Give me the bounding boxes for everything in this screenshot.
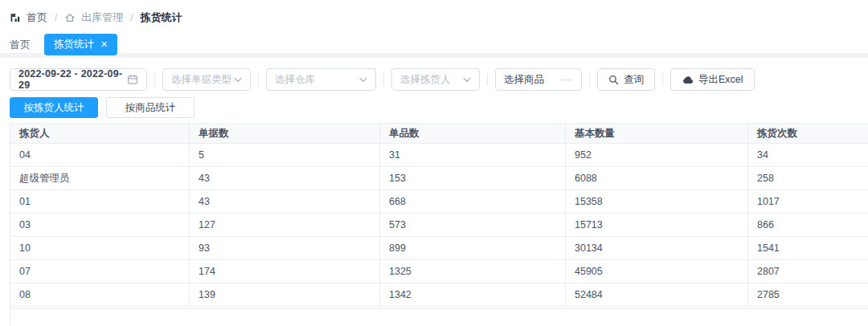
bill-type-placeholder: 选择单据类型 [171, 73, 231, 87]
export-excel-label: 导出Excel [698, 73, 743, 87]
filter-separator [662, 74, 663, 86]
column-header-picker: 拣货人 [10, 123, 190, 144]
cell-item-count: 1325 [380, 260, 566, 283]
table-row: 08 139 1342 52484 2785 [10, 283, 868, 307]
cell-picker: 超级管理员 [10, 167, 190, 190]
column-header-pick-times: 拣货次数 [748, 123, 868, 144]
breadcrumb-separator: / [129, 12, 134, 23]
cell-base-qty: 15713 [566, 214, 748, 237]
picker-placeholder: 选择拣货人 [400, 73, 451, 87]
product-select[interactable]: 选择商品 ··· [495, 68, 582, 91]
cell-base-qty: 952 [566, 144, 748, 167]
page-content: 2022-09-22 - 2022-09-29 选择单据类型 选择仓库 [0, 58, 868, 325]
top-bar: 首页 / 出库管理 / 拣货统计 首页 拣货统计 ✕ [0, 0, 868, 53]
cell-pick-times: 258 [748, 167, 868, 190]
table-row: 10 93 899 30134 1541 [10, 237, 868, 260]
warehouse-placeholder: 选择仓库 [275, 73, 315, 87]
filter-separator [258, 74, 259, 86]
cell-base-qty: 15358 [566, 190, 748, 214]
cell-bill-count: 93 [190, 237, 380, 260]
cell-item-count: 1342 [380, 283, 566, 307]
cell-picker: 04 [10, 144, 190, 167]
bill-type-select[interactable]: 选择单据类型 [162, 68, 251, 91]
filter-bar: 2022-09-22 - 2022-09-29 选择单据类型 选择仓库 [10, 68, 868, 91]
cloud-icon [682, 75, 694, 84]
search-button-label: 查询 [624, 73, 644, 87]
breadcrumb-separator: / [53, 12, 59, 23]
chevron-down-icon [234, 77, 242, 83]
open-tabs-bar: 首页 拣货统计 ✕ [10, 34, 868, 55]
table-row: 04 5 31 952 34 [10, 144, 868, 167]
cell-item-count: 573 [380, 214, 566, 237]
cell-picker: 01 [10, 190, 190, 214]
table-bottom-line [10, 307, 868, 309]
cell-pick-times: 2807 [748, 260, 868, 283]
cell-picker: 10 [10, 237, 190, 260]
column-header-bill-count: 单据数 [190, 123, 380, 144]
cell-base-qty: 45905 [566, 260, 748, 283]
table-row: 07 174 1325 45905 2807 [10, 260, 868, 283]
cell-picker: 07 [10, 260, 190, 283]
column-header-item-count: 单品数 [380, 123, 566, 144]
breadcrumb-current-page: 拣货统计 [141, 10, 182, 25]
chevron-down-icon [463, 77, 471, 83]
picker-select[interactable]: 选择拣货人 [391, 68, 480, 91]
cell-bill-count: 43 [190, 190, 380, 214]
tab-picking-stats-label: 拣货统计 [54, 38, 94, 51]
cell-picker: 03 [10, 214, 190, 237]
table-row: 超级管理员 43 153 6088 258 [10, 167, 868, 190]
product-select-value: 选择商品 [504, 73, 544, 87]
tab-home[interactable]: 首页 [10, 35, 31, 55]
tab-picking-stats[interactable]: 拣货统计 ✕ [44, 34, 117, 55]
breadcrumb: 首页 / 出库管理 / 拣货统计 [0, 0, 868, 25]
cell-base-qty: 6088 [566, 167, 748, 190]
stats-view-toggle: 按拣货人统计 按商品统计 [10, 97, 868, 118]
filter-separator [154, 74, 155, 86]
table-row: 03 127 573 15713 866 [10, 214, 868, 237]
calendar-icon [127, 74, 138, 85]
cell-item-count: 31 [380, 144, 566, 167]
search-button[interactable]: 查询 [597, 68, 655, 91]
cell-pick-times: 1017 [748, 190, 868, 214]
filter-separator [383, 74, 384, 86]
cell-base-qty: 30134 [566, 237, 748, 260]
cell-bill-count: 174 [190, 260, 380, 283]
filter-separator [589, 74, 590, 86]
cell-pick-times: 2785 [748, 283, 868, 307]
toggle-by-picker[interactable]: 按拣货人统计 [10, 97, 98, 118]
column-header-base-qty: 基本数量 [566, 123, 748, 144]
search-icon [608, 75, 619, 85]
export-excel-button[interactable]: 导出Excel [670, 68, 755, 91]
cell-pick-times: 1541 [748, 237, 868, 260]
cell-bill-count: 43 [190, 167, 380, 190]
cell-item-count: 153 [380, 167, 566, 190]
cell-item-count: 899 [380, 237, 566, 260]
cell-pick-times: 34 [748, 144, 868, 167]
toggle-by-product[interactable]: 按商品统计 [106, 97, 194, 118]
cell-bill-count: 127 [190, 214, 380, 237]
stats-table: 拣货人 单据数 单品数 基本数量 拣货次数 04 5 31 952 34 超级管… [10, 123, 868, 325]
table-header-row: 拣货人 单据数 单品数 基本数量 拣货次数 [10, 123, 868, 144]
date-range-value: 2022-09-22 - 2022-09-29 [18, 68, 127, 91]
warehouse-select[interactable]: 选择仓库 [266, 68, 376, 91]
filter-separator [487, 74, 488, 86]
breadcrumb-outbound-mgmt[interactable]: 出库管理 [81, 10, 123, 25]
cell-pick-times: 866 [748, 214, 868, 237]
cell-picker: 08 [10, 283, 190, 307]
ellipsis-icon: ··· [561, 74, 573, 85]
cell-item-count: 668 [380, 190, 566, 214]
breadcrumb-home[interactable]: 首页 [27, 10, 47, 25]
cell-bill-count: 5 [190, 144, 380, 167]
date-range-input[interactable]: 2022-09-22 - 2022-09-29 [10, 68, 147, 91]
chevron-down-icon [359, 77, 367, 83]
dashboard-icon [10, 12, 21, 23]
home-icon [64, 12, 76, 23]
table-row: 01 43 668 15358 1017 [10, 190, 868, 214]
close-icon[interactable]: ✕ [100, 40, 108, 49]
cell-base-qty: 52484 [566, 283, 748, 307]
cell-bill-count: 139 [190, 283, 380, 307]
